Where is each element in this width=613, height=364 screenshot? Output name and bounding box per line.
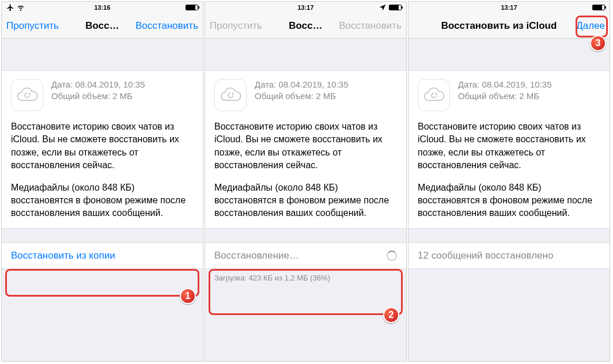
content-area: Дата: 08.04.2019, 10:35 Общий объем: 2 М… xyxy=(408,39,610,361)
cloud-restore-icon xyxy=(214,79,247,111)
backup-info-card: Дата: 08.04.2019, 10:35 Общий объем: 2 М… xyxy=(2,70,203,229)
description-1: Восстановите историю своих чатов из iClo… xyxy=(214,120,397,172)
callout-badge-1: 1 xyxy=(180,288,196,304)
nav-bar: Пропустить Восс… Восстановить xyxy=(2,13,203,39)
status-time: 13:16 xyxy=(2,4,203,11)
status-time: 13:17 xyxy=(205,4,406,11)
backup-size: Общий объем: 2 МБ xyxy=(255,90,349,102)
nav-title: Восс… xyxy=(289,20,322,32)
callout-badge-2: 2 xyxy=(383,307,399,323)
spinner-icon xyxy=(387,251,397,261)
backup-info-card: Дата: 08.04.2019, 10:35 Общий объем: 2 М… xyxy=(408,70,610,229)
callout-box-1 xyxy=(5,269,199,297)
phone-screenshot-2: 13:17 Пропустить Восс… Восстановить Дата… xyxy=(205,1,407,362)
backup-date: Дата: 08.04.2019, 10:35 xyxy=(51,79,145,90)
skip-button[interactable]: Пропустить xyxy=(6,20,59,32)
backup-date: Дата: 08.04.2019, 10:35 xyxy=(458,79,552,90)
status-bar: 13:16 xyxy=(2,2,203,13)
backup-date: Дата: 08.04.2019, 10:35 xyxy=(255,79,349,90)
airplane-icon xyxy=(6,3,14,12)
description-2: Медиафайлы (около 848 КБ) восстановятся … xyxy=(11,181,194,220)
nav-bar: Пропустить Восс… Восстановить xyxy=(205,13,406,39)
battery-icon xyxy=(592,5,605,10)
wifi-icon xyxy=(17,3,25,12)
cloud-restore-icon xyxy=(418,79,450,111)
status-time: 13:17 xyxy=(408,4,610,11)
callout-box-2 xyxy=(209,269,403,315)
restore-nav-button[interactable]: Восстановить xyxy=(135,20,198,32)
backup-info-card: Дата: 08.04.2019, 10:35 Общий объем: 2 М… xyxy=(205,70,406,229)
phone-screenshot-3: 13:17 Восстановить из iCloud Далее Дата:… xyxy=(408,1,610,362)
description-1: Восстановите историю своих чатов из iClo… xyxy=(11,120,194,172)
nav-title: Восс… xyxy=(85,20,119,32)
callout-badge-3: 3 xyxy=(590,35,606,51)
battery-icon xyxy=(186,5,198,10)
backup-size: Общий объем: 2 МБ xyxy=(51,90,145,102)
description-2: Медиафайлы (около 848 КБ) восстановятся … xyxy=(418,181,600,220)
phone-screenshot-1: 13:16 Пропустить Восс… Восстановить Дата… xyxy=(1,1,203,362)
status-bar: 13:17 xyxy=(408,2,610,13)
battery-icon xyxy=(389,5,402,10)
description-1: Восстановите историю своих чатов из iClo… xyxy=(418,120,600,172)
callout-box-3 xyxy=(576,16,608,37)
restore-from-backup-button[interactable]: Восстановить из копии xyxy=(2,242,203,269)
location-icon xyxy=(379,3,387,12)
content-area: Дата: 08.04.2019, 10:35 Общий объем: 2 М… xyxy=(2,39,203,361)
status-bar: 13:17 xyxy=(205,2,406,13)
skip-button-disabled: Пропустить xyxy=(210,20,262,32)
restoring-status-row: Восстановление… xyxy=(205,242,406,269)
nav-title: Восстановить из iCloud xyxy=(441,20,557,32)
restored-count-row: 12 сообщений восстановлено xyxy=(408,242,610,269)
cloud-restore-icon xyxy=(11,79,43,111)
backup-size: Общий объем: 2 МБ xyxy=(458,90,552,102)
restore-nav-button-disabled: Восстановить xyxy=(339,20,402,32)
description-2: Медиафайлы (около 848 КБ) восстановятся … xyxy=(214,181,397,220)
